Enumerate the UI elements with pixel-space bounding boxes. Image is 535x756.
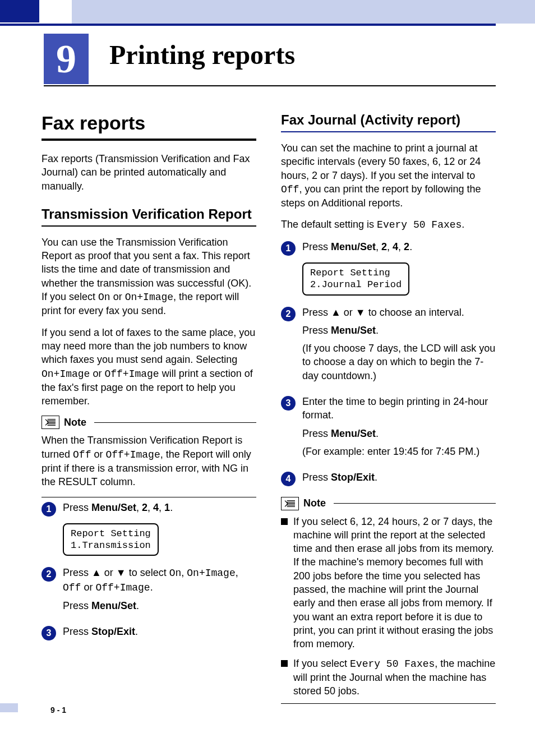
key-stop-exit: Stop/Exit — [331, 472, 375, 483]
section-heading-fax-reports: Fax reports — [41, 112, 256, 134]
note-label: Note — [64, 417, 86, 428]
text-run: . — [376, 325, 379, 336]
note-body: When the Transmission Verification Repor… — [41, 434, 256, 488]
step-2-body: Press ▲ or ▼ to choose an interval. Pres… — [302, 306, 496, 387]
step-number-3: 3 — [281, 396, 296, 411]
lcd-display-journal: Report Setting 2.Journal Period — [302, 262, 409, 296]
step-1-body: Press Menu/Set, 2, 4, 1. Report Setting … — [63, 501, 256, 559]
text-run: Press ▲ or ▼ to choose an interval. — [302, 306, 496, 319]
note-bullet-2: If you select Every 50 Faxes, the machin… — [293, 657, 496, 698]
text-run: Press — [63, 626, 91, 637]
steps-tvr: 1 Press Menu/Set, 2, 4, 1. Report Settin… — [41, 501, 256, 643]
code-on: On — [98, 292, 110, 303]
text-run: Press — [302, 472, 331, 483]
text-run: or — [110, 291, 125, 302]
note-block: Note If you select 6, 12, 24 hours, 2 or… — [281, 497, 496, 704]
page-number: 9 - 1 — [50, 706, 66, 714]
subsection-rule-blue — [281, 131, 496, 132]
text-run: . — [376, 428, 379, 439]
fax-reports-intro: Fax reports (Transmission Verification a… — [41, 152, 256, 193]
header-strip — [72, 0, 535, 24]
code-off-image: Off+Image — [105, 449, 160, 460]
step-number-1: 1 — [281, 241, 296, 256]
subsection-rule — [41, 225, 256, 227]
header-rule — [0, 24, 496, 26]
step-2: 2 Press ▲ or ▼ to choose an interval. Pr… — [281, 306, 496, 387]
code-on: On — [169, 568, 182, 579]
text-run: , — [159, 502, 164, 513]
code-off: Off — [281, 184, 299, 195]
chapter-rule — [44, 85, 496, 86]
code-on-image: On+Image — [125, 292, 173, 303]
text-run: (If you choose 7 days, the LCD will ask … — [302, 342, 496, 382]
note-heading: Note — [281, 497, 496, 510]
text-run: Press — [63, 502, 91, 513]
text-run: . — [375, 472, 377, 483]
step-3-body: Press Stop/Exit. — [63, 625, 256, 643]
step-number-2: 2 — [281, 307, 296, 321]
step-3: 3 Enter the time to begin printing in 24… — [281, 395, 496, 463]
text-run: . — [150, 582, 153, 593]
journal-paragraph-2: The default setting is Every 50 Faxes. — [281, 218, 496, 232]
step-4: 4 Press Stop/Exit. — [281, 471, 496, 488]
note-block: Note When the Transmission Verification … — [41, 416, 256, 497]
text-run: , — [236, 567, 238, 578]
step-3: 3 Press Stop/Exit. — [41, 625, 256, 643]
steps-journal: 1 Press Menu/Set, 2, 4, 2. Report Settin… — [281, 240, 496, 489]
text-run: or — [90, 368, 104, 379]
step-number-1: 1 — [41, 502, 56, 517]
code-off: Off — [73, 449, 91, 460]
note-bullet-list: If you select 6, 12, 24 hours, 2 or 7 da… — [281, 515, 496, 698]
content-columns: Fax reports Fax reports (Transmission Ve… — [41, 112, 496, 704]
code-on-image: On+Image — [187, 568, 235, 579]
text-run: . — [136, 600, 139, 611]
subsection-fax-journal: Fax Journal (Activity report) — [281, 112, 496, 128]
key-4: 4 — [153, 502, 159, 513]
code-every-50: Every 50 Faxes — [350, 658, 435, 670]
manual-page: 9 Printing reports Fax reports Fax repor… — [0, 0, 535, 756]
text-run: . — [135, 626, 138, 637]
text-run: , — [387, 241, 393, 252]
step-1: 1 Press Menu/Set, 2, 4, 1. Report Settin… — [41, 501, 256, 559]
key-menu-set: Menu/Set — [91, 502, 136, 513]
subsection-transmission-verification: Transmission Verification Report — [41, 206, 256, 222]
key-menu-set: Menu/Set — [331, 428, 376, 439]
text-run: , — [136, 502, 142, 513]
code-on-image: On+Image — [41, 368, 90, 380]
key-2b: 2 — [404, 241, 409, 252]
note-end-rule — [41, 497, 256, 497]
page-side-tab — [0, 703, 18, 712]
chapter-title: Printing reports — [109, 39, 295, 70]
text-run: You can set the machine to print a journ… — [281, 142, 481, 181]
text-run: The default setting is — [281, 219, 377, 230]
key-menu-set: Menu/Set — [91, 600, 136, 611]
code-off-image: Off+Image — [95, 582, 150, 593]
chapter-number: 9 — [56, 36, 76, 82]
square-bullet-icon — [281, 518, 288, 525]
text-run: If you send a lot of faxes to the same p… — [41, 327, 255, 366]
key-menu-set: Menu/Set — [331, 241, 376, 252]
key-4: 4 — [393, 241, 398, 252]
key-2: 2 — [142, 502, 147, 513]
note-bullet-1: If you select 6, 12, 24 hours, 2 or 7 da… — [293, 515, 496, 651]
code-every-50: Every 50 Faxes — [377, 219, 462, 231]
header-left-tab — [0, 0, 39, 22]
tvr-paragraph-2: If you send a lot of faxes to the same p… — [41, 326, 256, 408]
text-run: Press ▲ or ▼ to select — [63, 567, 169, 578]
section-rule — [41, 139, 256, 141]
lcd-display-transmission: Report Setting 1.Transmission — [63, 523, 159, 556]
text-run: or — [91, 449, 105, 460]
step-number-4: 4 — [281, 472, 296, 486]
list-item: If you select Every 50 Faxes, the machin… — [281, 657, 496, 698]
code-off: Off — [63, 582, 81, 593]
note-heading: Note — [41, 416, 256, 429]
text-run: , — [398, 241, 404, 252]
text-run: Press — [302, 428, 331, 439]
note-head-rule — [334, 503, 496, 504]
list-item: If you select 6, 12, 24 hours, 2 or 7 da… — [281, 515, 496, 651]
text-run: or — [81, 582, 95, 593]
text-run: Press — [302, 241, 331, 252]
step-2-body: Press ▲ or ▼ to select On, On+Image, Off… — [63, 566, 256, 617]
text-run: If you select — [293, 658, 350, 669]
text-run: . — [170, 502, 173, 513]
